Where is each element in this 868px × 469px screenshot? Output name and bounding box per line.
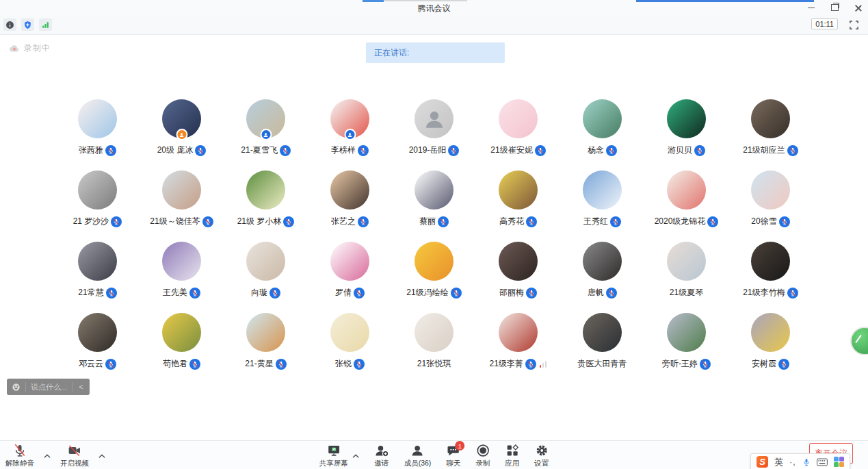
- participant-tile[interactable]: 21-黄星: [224, 310, 308, 381]
- participant-name: 邵丽梅: [499, 287, 524, 299]
- security-shield-icon[interactable]: [21, 18, 34, 31]
- participant-tile[interactable]: 20徐雪: [728, 168, 813, 239]
- participant-avatar: [667, 242, 706, 281]
- chat-input-placeholder[interactable]: 说点什么...: [31, 382, 67, 392]
- participant-tile[interactable]: 贵医大田青青: [560, 310, 644, 381]
- participant-tile[interactable]: 罗倩: [308, 239, 392, 310]
- unmute-button[interactable]: 解除静音: [5, 441, 34, 468]
- participant-tile[interactable]: 21张悦琪: [392, 310, 476, 381]
- participant-tile[interactable]: 21级崔安妮: [476, 97, 560, 168]
- apps-button[interactable]: 应用: [505, 441, 519, 468]
- participant-name: 21级冯绘绘: [406, 287, 448, 299]
- cloud-record-icon: [9, 44, 20, 53]
- participant-tile[interactable]: 苟艳君: [140, 310, 224, 381]
- participant-tile[interactable]: 20级 庞冰: [140, 97, 224, 168]
- audio-options-chevron[interactable]: [44, 441, 51, 461]
- participant-avatar: [330, 313, 369, 352]
- ime-punctuation-toggle[interactable]: ·,: [789, 457, 795, 467]
- speaking-banner: 正在讲话:: [366, 42, 505, 63]
- participant-tile[interactable]: 21级夏琴: [644, 239, 728, 310]
- muted-mic-icon: [189, 359, 200, 370]
- participant-avatar: [162, 170, 201, 210]
- participant-avatar: [246, 170, 285, 210]
- participant-avatar: [499, 99, 538, 138]
- muted-mic-icon: [354, 359, 365, 370]
- participant-tile[interactable]: 王先美: [140, 239, 224, 310]
- participant-avatar: [246, 99, 285, 138]
- participant-tile[interactable]: 高秀花: [476, 168, 560, 239]
- participant-avatar: [667, 99, 706, 138]
- network-status-icon[interactable]: [39, 18, 52, 31]
- maximize-button[interactable]: [828, 2, 841, 13]
- meeting-info-icon[interactable]: [3, 18, 16, 31]
- video-options-chevron[interactable]: [98, 441, 105, 461]
- participant-name: 21级 罗小林: [237, 216, 282, 227]
- participant-tile[interactable]: 旁听-王婷: [644, 310, 728, 381]
- keyboard-icon[interactable]: [817, 458, 828, 466]
- chat-button[interactable]: 聊天 1: [446, 441, 460, 468]
- settings-button[interactable]: 设置: [534, 441, 549, 468]
- participant-tile[interactable]: 21常慧: [55, 239, 140, 310]
- muted-mic-icon: [358, 145, 369, 156]
- ime-toolbar[interactable]: S 英 ·,: [750, 453, 850, 469]
- voice-input-icon[interactable]: [802, 457, 811, 467]
- participant-tile[interactable]: 张茜雅: [55, 97, 140, 168]
- participant-tile[interactable]: 王秀红: [560, 168, 644, 239]
- participant-name: 向璇: [251, 287, 267, 299]
- participant-tile[interactable]: 21级胡应兰: [728, 97, 813, 168]
- emoji-icon[interactable]: [12, 383, 21, 392]
- participant-tile[interactable]: 21级～饶佳芩: [140, 168, 224, 239]
- chat-unread-badge: 1: [455, 441, 464, 451]
- participant-tile[interactable]: 杨念: [560, 97, 644, 168]
- participant-avatar: [78, 99, 117, 138]
- start-video-button[interactable]: 开启视频: [60, 441, 89, 468]
- participant-tile[interactable]: 蔡丽: [392, 168, 476, 239]
- participant-tile[interactable]: 张艺之: [308, 168, 392, 239]
- participant-tile[interactable]: 21 罗沙沙: [55, 168, 140, 239]
- participant-name: 王秀红: [583, 216, 608, 227]
- quick-chat-bar[interactable]: 说点什么... <: [7, 379, 90, 395]
- muted-mic-icon: [610, 216, 621, 227]
- participant-tile[interactable]: 张锐: [308, 310, 392, 381]
- floating-widget[interactable]: [850, 327, 868, 355]
- share-options-chevron[interactable]: [352, 441, 359, 461]
- participant-avatar: [162, 99, 201, 138]
- title-bar: 腾讯会议: [0, 0, 868, 15]
- muted-mic-icon: [606, 145, 617, 156]
- participant-tile[interactable]: 2019-岳阳: [392, 97, 476, 168]
- ime-language-toggle[interactable]: 英: [774, 456, 783, 468]
- participant-tile[interactable]: 21级李菁: [476, 310, 560, 381]
- participant-name: 20徐雪: [751, 216, 776, 227]
- participant-tile[interactable]: 邵丽梅: [476, 239, 560, 310]
- gear-icon: [535, 444, 549, 457]
- participant-tile[interactable]: 21级冯绘绘: [392, 239, 476, 310]
- members-button[interactable]: 成员(36): [404, 441, 432, 468]
- participant-tile[interactable]: 李榜样: [308, 97, 392, 168]
- muted-mic-icon: [525, 359, 536, 370]
- minimize-button[interactable]: [805, 2, 817, 13]
- participant-tile[interactable]: 向璇: [224, 239, 308, 310]
- participant-tile[interactable]: 21级 罗小林: [224, 168, 308, 239]
- participant-avatar: [162, 313, 201, 352]
- muted-mic-icon: [111, 216, 122, 227]
- participant-tile[interactable]: 2020级龙锦花: [644, 168, 728, 239]
- participant-tile[interactable]: 游贝贝: [644, 97, 728, 168]
- participant-tile[interactable]: 安树霞: [728, 310, 813, 381]
- participant-tile[interactable]: 唐帆: [560, 239, 644, 310]
- fullscreen-icon[interactable]: [847, 18, 860, 31]
- close-button[interactable]: [852, 2, 864, 13]
- collapse-chat-icon[interactable]: <: [77, 383, 84, 391]
- participant-avatar: [415, 242, 453, 281]
- muted-mic-icon: [195, 145, 206, 156]
- participant-tile[interactable]: 21-夏雪飞: [224, 97, 308, 168]
- participant-name: 21级～饶佳芩: [150, 216, 200, 227]
- share-screen-icon: [326, 444, 341, 457]
- ime-menu-icon[interactable]: [834, 457, 845, 468]
- record-button[interactable]: 录制: [475, 441, 490, 468]
- sogou-logo-icon[interactable]: S: [757, 456, 768, 468]
- share-screen-button[interactable]: 共享屏幕: [319, 441, 348, 468]
- invite-button[interactable]: 邀请: [374, 441, 389, 468]
- participant-tile[interactable]: 21级李竹梅: [728, 239, 813, 310]
- participant-tile[interactable]: 邓云云: [55, 310, 140, 381]
- participant-name: 21 罗沙沙: [73, 216, 109, 227]
